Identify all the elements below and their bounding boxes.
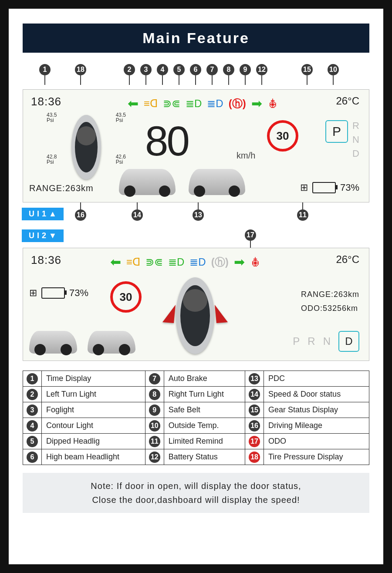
legend-label: Gear Status Display — [264, 402, 369, 418]
driving-mileage: RANGE:263km — [29, 183, 94, 193]
pdc-car-icon — [119, 169, 176, 195]
legend-label: Outside Temp. — [164, 418, 245, 434]
auto-brake-icon: (ⓗ) — [211, 255, 229, 269]
bottom-callouts: UI1▲ 16141311 — [23, 206, 369, 222]
legend-table: 1Time Display7Auto Brake13PDC2Left Turn … — [23, 371, 369, 465]
legend-label: Right Turn Light — [164, 387, 245, 402]
callout-badge: 12 — [256, 64, 267, 75]
callout-badge: 1 — [39, 64, 51, 75]
contour-light-icon: ⋑⋐ — [163, 98, 180, 110]
indicator-icon-row: ⬅ ≡ᗡ ⋑⋐ ≣D ≣D (ⓗ) ➡ 🜯 — [128, 96, 279, 111]
callout-badge: 3 — [140, 64, 152, 75]
legend-badge: 5 — [27, 436, 38, 447]
svg-point-2 — [77, 126, 96, 145]
range-odo-block: RANGE:263km ODO:53256km — [301, 287, 359, 316]
foglight-icon: ≡ᗡ — [144, 98, 158, 110]
legend-label: Limited Remind — [164, 434, 245, 449]
pdc-car-icon — [88, 331, 135, 354]
legend-badge: 2 — [27, 389, 38, 400]
battery-percent: 73% — [69, 287, 88, 299]
gear-status-display: PRND — [293, 331, 359, 352]
right-turn-icon: ➡ — [251, 96, 262, 111]
svg-marker-6 — [162, 305, 176, 323]
high-beam-icon: ≣D — [207, 98, 223, 110]
top-callouts: 11823456789121510 — [23, 64, 369, 80]
legend-label: Foglight — [42, 402, 145, 418]
seatbelt-icon: 🜯 — [250, 255, 261, 269]
speed-unit: km/h — [237, 151, 255, 161]
pdc-display — [119, 169, 245, 195]
callout-badge: 15 — [301, 64, 313, 75]
dipped-headlight-icon: ≣D — [186, 98, 202, 110]
battery12v-icon: ⊞ — [300, 182, 308, 193]
battery-icon — [41, 287, 65, 299]
callout-badge: 13 — [193, 209, 204, 221]
legend-label: Speed & Door status — [264, 387, 369, 402]
contour-light-icon: ⋑⋐ — [145, 256, 163, 268]
callout-badge: 14 — [132, 209, 143, 221]
legend-badge: 3 — [27, 404, 38, 416]
callout-badge: 10 — [328, 64, 339, 75]
foglight-icon: ≡ᗡ — [126, 256, 140, 268]
ui2-tag: UI2▼ — [22, 229, 64, 242]
legend-label: Driving Mileage — [264, 418, 369, 434]
legend-badge: 16 — [249, 420, 260, 431]
outside-temp: 26°C — [336, 253, 359, 266]
legend-badge: 14 — [249, 389, 260, 400]
footer-note: Note: If door in open, will display the … — [23, 473, 369, 513]
outside-temp: 26°C — [336, 95, 359, 107]
legend-label: Auto Brake — [164, 371, 245, 387]
dipped-headlight-icon: ≣D — [168, 256, 184, 268]
odo-display: ODO:53256km — [301, 301, 359, 315]
high-beam-icon: ≣D — [189, 256, 206, 268]
ui1-tag: UI1▲ — [22, 208, 64, 220]
legend-badge: 4 — [27, 420, 38, 431]
gear-selected: P — [325, 120, 348, 143]
right-turn-icon: ➡ — [234, 254, 245, 270]
legend-badge: 7 — [149, 373, 160, 384]
callout-badge: 5 — [173, 64, 185, 75]
callout-badge: 17 — [245, 229, 256, 241]
indicator-icon-row: ⬅ ≡ᗡ ⋑⋐ ≣D ≣D (ⓗ) ➡ 🜯 — [110, 254, 261, 270]
legend-label: ODO — [264, 434, 369, 449]
legend-label: Contour Light — [42, 418, 145, 434]
legend-badge: 15 — [249, 404, 260, 416]
callout-badge: 11 — [297, 209, 308, 221]
driving-mileage: RANGE:263km — [301, 287, 359, 301]
callout-badge: 7 — [206, 64, 218, 75]
legend-badge: 11 — [149, 436, 160, 447]
callout-badge: 9 — [240, 64, 251, 75]
speed-limit-sign: 30 — [110, 281, 142, 313]
pdc-car-icon — [29, 331, 77, 354]
svg-point-5 — [183, 289, 207, 312]
legend-badge: 10 — [149, 420, 160, 431]
legend-badge: 8 — [149, 389, 160, 400]
page-title: Main Feature — [23, 24, 369, 53]
legend-label: Time Display — [42, 371, 145, 387]
legend-label: Dipped Headlig — [42, 434, 145, 449]
speed-limit-sign: 30 — [267, 120, 298, 152]
callout-badge: 4 — [157, 64, 168, 75]
legend-label: Battery Status — [164, 449, 245, 465]
callout-badge: 6 — [190, 64, 201, 75]
pdc-car-icon — [189, 169, 245, 195]
legend-label: Safe Belt — [164, 402, 245, 418]
legend-badge: 12 — [149, 452, 160, 463]
svg-marker-7 — [215, 305, 228, 323]
gear-status-display: P RND — [325, 120, 359, 159]
legend-label: Tire Pressure Display — [264, 449, 369, 465]
left-turn-icon: ⬅ — [128, 96, 139, 111]
auto-brake-icon: (ⓗ) — [229, 97, 246, 111]
legend-badge: 17 — [249, 436, 260, 447]
door-status-car — [162, 274, 228, 359]
battery-status: ⊞ 73% — [300, 182, 359, 193]
speed-display: 80 — [145, 120, 188, 162]
legend-badge: 6 — [27, 452, 38, 463]
dashboard-ui2: 18:36 26°C ⬅ ≡ᗡ ⋑⋐ ≣D ≣D (ⓗ) ➡ 🜯 ⊞ 73% 3… — [23, 248, 369, 361]
seatbelt-icon: 🜯 — [267, 97, 279, 110]
callout-badge: 16 — [75, 209, 86, 221]
dashboard-ui1: 18:36 26°C ⬅ ≡ᗡ ⋑⋐ ≣D ≣D (ⓗ) ➡ 🜯 43.5Psi — [23, 89, 369, 202]
legend-label: High beam Headlight — [42, 449, 145, 465]
battery-icon — [312, 182, 336, 193]
callout-badge: 8 — [223, 64, 234, 75]
